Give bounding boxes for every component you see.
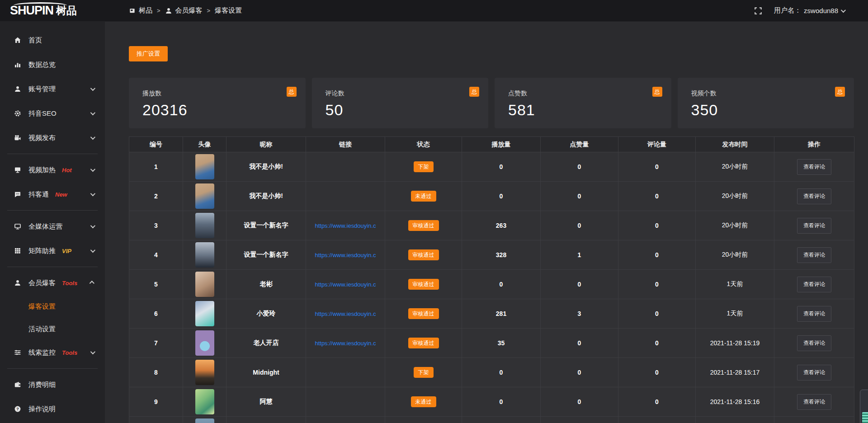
video-link[interactable]: https://www.iesdouyin.c — [306, 252, 385, 258]
fullscreen-icon[interactable] — [754, 7, 762, 15]
stat-label: 点赞数 — [508, 89, 671, 98]
sidebar-divider — [7, 368, 98, 369]
sidebar-item[interactable]: 抖音SEO — [0, 101, 105, 126]
svg-text:?: ? — [16, 406, 19, 411]
video-link[interactable]: https://www.iesdouyin.c — [306, 222, 385, 229]
stat-value: 581 — [508, 101, 671, 119]
avatar — [195, 242, 214, 268]
chevron-down-icon — [90, 248, 95, 253]
view-comments-button[interactable]: 查看评论 — [797, 335, 831, 351]
sidebar-item[interactable]: 消费明细 — [0, 372, 105, 397]
action-cell: 查看评论 — [774, 270, 854, 299]
sidebar-item-badge: Tools — [62, 349, 77, 356]
view-comments-button[interactable]: 查看评论 — [797, 188, 831, 204]
sidebar-subitem[interactable]: 活动设置 — [0, 318, 105, 340]
link-cell — [306, 358, 385, 387]
action-cell: 查看评论 — [774, 299, 854, 329]
sidebar-item[interactable]: 数据总览 — [0, 52, 105, 77]
comments-cell — [618, 417, 696, 423]
sidebar-item-label: 线索监控 — [28, 348, 56, 357]
video-link[interactable]: https://www.iesdouyin.c — [306, 281, 385, 288]
sidebar-item[interactable]: 视频加热Hot — [0, 158, 105, 182]
view-comments-button[interactable]: 查看评论 — [797, 247, 831, 263]
sliders-icon — [14, 349, 22, 356]
avatar-cell — [183, 387, 226, 417]
sidebar-item[interactable]: 会员爆客Tools — [0, 271, 105, 295]
avatar — [195, 272, 214, 297]
link-cell: https://www.iesdouyin.c — [306, 270, 385, 299]
sidebar-item-badge: New — [55, 191, 67, 198]
stat-label: 播放数 — [142, 89, 306, 98]
action-cell: 查看评论 — [774, 240, 854, 270]
view-comments-button[interactable]: 查看评论 — [797, 365, 831, 381]
publish-time-cell: 20小时前 — [696, 211, 774, 240]
plays-cell: 281 — [462, 299, 541, 329]
stat-card: 视频个数350总 — [678, 78, 854, 128]
table-header: 编号 — [129, 137, 183, 152]
sidebar-item[interactable]: 账号管理 — [0, 77, 105, 101]
status-cell: 审核通过 — [385, 270, 462, 299]
row-id-cell: 6 — [129, 299, 183, 329]
row-id-cell: 3 — [129, 211, 183, 240]
plays-cell: 0 — [462, 358, 541, 387]
view-comments-button[interactable]: 查看评论 — [797, 306, 831, 322]
nickname-cell: Midnight — [226, 358, 306, 387]
video-link[interactable]: https://www.iesdouyin.c — [306, 340, 385, 347]
status-cell: 下架 — [385, 152, 462, 182]
plays-cell: 263 — [462, 211, 541, 240]
plays-cell: 0 — [462, 387, 541, 417]
breadcrumb-label: 会员爆客 — [175, 6, 203, 15]
chevron-down-icon — [90, 86, 95, 91]
breadcrumb-item: 爆客设置 — [215, 6, 242, 15]
question-icon: ? — [14, 405, 22, 413]
publish-time-cell: 20小时前 — [696, 182, 774, 211]
plays-cell: 0 — [462, 152, 541, 182]
sidebar-item[interactable]: 首页 — [0, 28, 105, 52]
action-cell — [774, 417, 854, 423]
floating-widget[interactable] — [860, 390, 868, 423]
view-comments-button[interactable]: 查看评论 — [797, 394, 831, 410]
view-comments-button[interactable]: 查看评论 — [797, 159, 831, 175]
breadcrumb-label: 树品 — [139, 6, 152, 15]
avatar — [195, 389, 214, 414]
status-cell: 未通过 — [385, 387, 462, 417]
publish-time-cell: 2021-11-28 15:16 — [696, 387, 774, 417]
video-icon — [14, 134, 22, 141]
likes-cell: 0 — [541, 211, 618, 240]
status-badge: 审核通过 — [408, 220, 439, 231]
promote-settings-button[interactable]: 推广设置 — [129, 46, 168, 61]
nickname-cell: 我不是小帅! — [226, 182, 306, 211]
stat-total-badge: 总 — [652, 87, 662, 97]
link-cell: https://www.iesdouyin.c — [306, 299, 385, 329]
sidebar-item[interactable]: ?操作说明 — [0, 397, 105, 421]
sidebar-item[interactable]: 抖客通New — [0, 182, 105, 207]
status-cell: 下架 — [385, 358, 462, 387]
nickname-cell: 我不是小帅! — [226, 152, 306, 182]
table-row: 8Midnight下架0002021-11-28 15:17查看评论 — [129, 358, 854, 387]
sidebar-item[interactable]: 视频发布 — [0, 126, 105, 150]
breadcrumb-item[interactable]: 会员爆客 — [165, 6, 203, 15]
publish-time-cell: 1天前 — [696, 270, 774, 299]
likes-cell: 0 — [541, 152, 618, 182]
breadcrumb-item[interactable]: 树品 — [129, 6, 152, 15]
nickname-text: 小爱玲 — [257, 310, 276, 317]
sidebar-item[interactable]: 全媒体运营 — [0, 214, 105, 239]
comments-cell: 0 — [618, 270, 696, 299]
screen-icon — [14, 166, 22, 174]
top-bar: SHUPIN 树品 树品>会员爆客>爆客设置 用户名：zswodun88 — [0, 0, 868, 22]
video-link[interactable]: https://www.iesdouyin.c — [306, 310, 385, 317]
sidebar-item[interactable]: 线索监控Tools — [0, 340, 105, 365]
table-header: 发布时间 — [696, 137, 774, 152]
view-comments-button[interactable]: 查看评论 — [797, 277, 831, 292]
avatar — [195, 360, 214, 385]
nickname-cell: 设置一个新名字 — [226, 240, 306, 270]
sidebar-item[interactable]: 矩阵助推VIP — [0, 239, 105, 263]
sidebar-subitem[interactable]: 爆客设置 — [0, 295, 105, 318]
view-comments-button[interactable]: 查看评论 — [797, 218, 831, 234]
avatar — [195, 330, 214, 356]
user-menu[interactable]: 用户名：zswodun88 — [774, 6, 844, 15]
stat-total-badge: 总 — [835, 87, 845, 97]
table-header: 点赞量 — [541, 137, 618, 152]
chevron-down-icon — [90, 191, 95, 196]
nickname-text: 老彬 — [260, 280, 273, 287]
